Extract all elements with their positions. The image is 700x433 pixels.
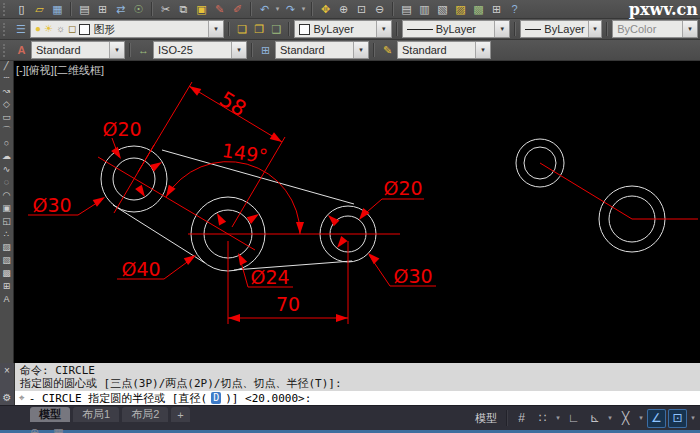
isodraft-icon[interactable]: ╳ bbox=[616, 409, 635, 428]
save-icon[interactable]: ▦ bbox=[49, 2, 66, 17]
table-style-dropdown[interactable]: Standard ▾ bbox=[275, 41, 369, 59]
region-icon[interactable]: ▩ bbox=[1, 267, 13, 280]
new-layout-button[interactable]: + bbox=[171, 407, 189, 422]
ellipse-icon[interactable]: ◌ bbox=[1, 176, 13, 189]
page-setup-icon[interactable]: ⇄ bbox=[112, 2, 129, 17]
help-icon[interactable]: ? bbox=[506, 2, 523, 17]
undo-dropdown-caret[interactable]: ▾ bbox=[274, 5, 281, 13]
properties-palette-icon[interactable]: ▤ bbox=[398, 2, 415, 17]
table-style-caret[interactable]: ▾ bbox=[353, 42, 368, 58]
dimension-style-icon[interactable]: ↔ bbox=[135, 43, 152, 58]
publish-web-icon[interactable]: ☉ bbox=[130, 2, 147, 17]
infer-constraints-icon[interactable]: ⊕ bbox=[30, 426, 39, 433]
multileader-style-caret[interactable]: ▾ bbox=[475, 42, 490, 58]
table-style-icon[interactable]: ⊞ bbox=[257, 43, 274, 58]
make-block-icon[interactable]: ◱ bbox=[1, 215, 13, 228]
redo-icon[interactable]: ↷ bbox=[282, 2, 299, 17]
toolbar-grip[interactable] bbox=[3, 3, 10, 16]
tool-palettes-icon[interactable]: ▧ bbox=[434, 2, 451, 17]
snap-grid-icon[interactable]: ▦ bbox=[53, 426, 63, 433]
tab-model[interactable]: 模型 bbox=[30, 407, 70, 422]
spline-icon[interactable]: ∿ bbox=[1, 163, 13, 176]
color-dropdown-caret[interactable]: ▾ bbox=[376, 21, 391, 37]
layer-color-swatch[interactable] bbox=[79, 24, 90, 35]
match-properties-icon[interactable]: ✎ bbox=[211, 2, 228, 17]
layer-previous-icon[interactable]: ❑ bbox=[268, 22, 284, 37]
hatch-icon[interactable]: ▨ bbox=[1, 241, 13, 254]
linetype-dropdown[interactable]: ByLayer ▾ bbox=[402, 20, 511, 38]
cut-icon[interactable]: ✂ bbox=[157, 2, 174, 17]
rectangle-icon[interactable]: ▭ bbox=[1, 111, 13, 124]
ellipse-arc-icon[interactable]: ◠ bbox=[1, 189, 13, 202]
arc-icon[interactable]: ⌒ bbox=[1, 124, 13, 137]
quickcalc-icon[interactable]: ⊞ bbox=[488, 2, 505, 17]
ortho-toggle-icon[interactable]: ∟ bbox=[564, 409, 583, 428]
polygon-icon[interactable]: ◇ bbox=[1, 98, 13, 111]
dimension-style-dropdown[interactable]: ISO-25 ▾ bbox=[153, 41, 247, 59]
wrench-icon[interactable]: ⚙ bbox=[3, 392, 12, 403]
open-icon[interactable]: ▱ bbox=[31, 2, 48, 17]
object-snap-caret[interactable]: ▾ bbox=[689, 414, 697, 422]
layer-lock-icon[interactable]: ◻ bbox=[68, 24, 76, 34]
paste-icon[interactable]: ▣ bbox=[193, 2, 210, 17]
lineweight-dropdown[interactable]: ByLayer ▾ bbox=[520, 20, 602, 38]
redo-dropdown-caret[interactable]: ▾ bbox=[300, 5, 307, 13]
plot-style-dropdown[interactable]: ByColor ▾ bbox=[612, 20, 698, 38]
multileader-style-dropdown[interactable]: Standard ▾ bbox=[397, 41, 491, 59]
markup-set-manager-icon[interactable]: ▩ bbox=[470, 2, 487, 17]
zoom-previous-icon[interactable]: ⊖ bbox=[371, 2, 388, 17]
command-option-diameter[interactable]: D bbox=[211, 392, 221, 404]
multileader-style-icon[interactable]: ✎ bbox=[379, 43, 396, 58]
layer-properties-manager-icon[interactable]: ☰ bbox=[13, 22, 29, 37]
designcenter-icon[interactable]: ▥ bbox=[416, 2, 433, 17]
text-style-dropdown[interactable]: Standard ▾ bbox=[31, 41, 125, 59]
undo-icon[interactable]: ↶ bbox=[256, 2, 273, 17]
layer-states-icon[interactable]: ❏ bbox=[234, 22, 250, 37]
insert-block-icon[interactable]: ▣ bbox=[1, 202, 13, 215]
copy-icon[interactable]: ⧉ bbox=[175, 2, 192, 17]
make-layer-current-icon[interactable]: ❐ bbox=[251, 22, 267, 37]
text-style-icon[interactable]: A bbox=[13, 43, 30, 58]
snap-caret[interactable]: ▾ bbox=[554, 414, 562, 422]
drawing-canvas[interactable]: ╱ ┄ ↝ ◇ ▭ ⌒ ○ ☁ ∿ ◌ ◠ ▣ ◱ ∴ ▨ ▧ ▩ ⊞ A [-… bbox=[0, 58, 700, 363]
snap-toggle-icon[interactable]: ∷ bbox=[533, 409, 552, 428]
point-icon[interactable]: ∴ bbox=[1, 228, 13, 241]
multiline-text-icon[interactable]: A bbox=[1, 293, 13, 306]
sheet-set-manager-icon[interactable]: ▨ bbox=[452, 2, 469, 17]
layer-dropdown[interactable]: ● ☀ ☼ ◻ 图形 ▾ bbox=[30, 20, 224, 38]
layer-thaw-sun-icon[interactable]: ☀ bbox=[44, 24, 53, 34]
pan-icon[interactable]: ✥ bbox=[317, 2, 334, 17]
construction-line-icon[interactable]: ┄ bbox=[1, 72, 13, 85]
linetype-dropdown-caret[interactable]: ▾ bbox=[494, 21, 509, 37]
grid-toggle-icon[interactable]: # bbox=[512, 409, 531, 428]
gradient-icon[interactable]: ▧ bbox=[1, 254, 13, 267]
layer-viewport-freeze-icon[interactable]: ☼ bbox=[56, 24, 65, 34]
viewport-controls-label[interactable]: [-][俯视][二维线框] bbox=[16, 63, 104, 78]
plot-icon[interactable]: ▤ bbox=[76, 2, 93, 17]
revision-cloud-icon[interactable]: ☁ bbox=[1, 150, 13, 163]
polar-caret[interactable]: ▾ bbox=[606, 414, 614, 422]
lineweight-dropdown-caret[interactable]: ▾ bbox=[588, 21, 602, 37]
toolbar-grip[interactable] bbox=[3, 23, 10, 36]
text-style-caret[interactable]: ▾ bbox=[109, 42, 124, 58]
new-icon[interactable]: ▯ bbox=[13, 2, 30, 17]
tab-layout1[interactable]: 布局1 bbox=[73, 407, 119, 422]
color-dropdown[interactable]: ByLayer ▾ bbox=[294, 20, 391, 38]
tab-layout2[interactable]: 布局2 bbox=[122, 407, 168, 422]
plot-style-dropdown-caret[interactable]: ▾ bbox=[682, 21, 697, 37]
dimension-style-caret[interactable]: ▾ bbox=[231, 42, 246, 58]
layer-dropdown-caret[interactable]: ▾ bbox=[208, 21, 223, 37]
plot-preview-icon[interactable]: ⊞ bbox=[94, 2, 111, 17]
layer-on-bulb-icon[interactable]: ● bbox=[35, 24, 41, 34]
model-space-button[interactable]: 模型 bbox=[470, 409, 502, 428]
object-snap-tracking-icon[interactable]: ∠ bbox=[647, 409, 666, 428]
toolbar-grip[interactable] bbox=[3, 44, 10, 57]
table-icon[interactable]: ⊞ bbox=[1, 280, 13, 293]
polyline-icon[interactable]: ↝ bbox=[1, 85, 13, 98]
close-icon[interactable]: × bbox=[4, 365, 10, 376]
brush-icon[interactable]: ✐ bbox=[229, 2, 246, 17]
command-input-line[interactable]: ⌖ - CIRCLE 指定圆的半径或 [直径( D )] <20.0000>: bbox=[15, 391, 700, 405]
polar-tracking-icon[interactable]: ⊾ bbox=[585, 409, 604, 428]
circle-icon[interactable]: ○ bbox=[1, 137, 13, 150]
object-snap-icon[interactable]: ⊡ bbox=[668, 409, 687, 428]
